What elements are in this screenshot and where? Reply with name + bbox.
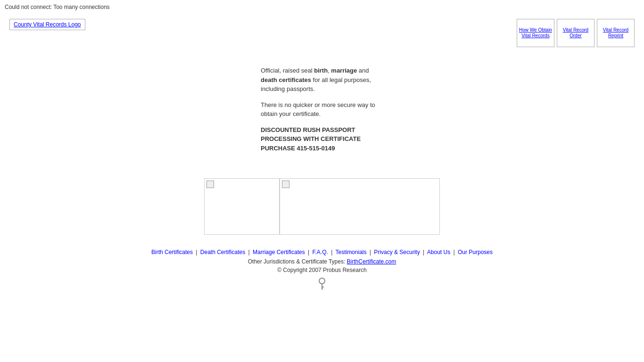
- bold-marriage: marriage: [331, 67, 357, 74]
- images-section: [0, 178, 644, 235]
- footer: Birth Certificates | Death Certificates …: [0, 244, 644, 294]
- key-icon: [317, 277, 327, 291]
- bold-death-certificates: death certificates: [261, 76, 311, 83]
- footer-link-faq[interactable]: F.A.Q.: [313, 249, 328, 255]
- broken-image-icon: [206, 181, 214, 188]
- main-content: Official, raised seal birth, marriage an…: [0, 52, 644, 173]
- bold-birth: birth: [314, 67, 328, 74]
- content-box: Official, raised seal birth, marriage an…: [261, 66, 383, 159]
- site-logo[interactable]: County Vital Records Logo: [9, 19, 85, 30]
- separator-2: |: [248, 249, 250, 255]
- separator-7: |: [454, 249, 455, 255]
- footer-link-privacy-security[interactable]: Privacy & Security: [374, 249, 420, 255]
- copyright-text: © Copyright 2007 Probus Research: [0, 267, 644, 273]
- jurisdictions-link[interactable]: BirthCertificate.com: [347, 258, 396, 265]
- separator-6: |: [423, 249, 424, 255]
- separator-5: |: [370, 249, 371, 255]
- footer-link-death-certificates[interactable]: Death Certificates: [200, 249, 245, 255]
- broken-image-icon-2: [282, 181, 289, 188]
- footer-link-about-us[interactable]: About Us: [427, 249, 450, 255]
- svg-point-0: [319, 278, 325, 284]
- footer-link-our-purposes[interactable]: Our Purposes: [458, 249, 493, 255]
- logo-area: County Vital Records Logo: [9, 19, 85, 30]
- footer-link-marriage-certificates[interactable]: Marriage Certificates: [253, 249, 305, 255]
- jurisdictions-text: Other Jurisdictions & Certificate Types:…: [0, 258, 644, 265]
- separator-4: |: [331, 249, 332, 255]
- footer-link-birth-certificates[interactable]: Birth Certificates: [151, 249, 193, 255]
- svg-rect-3: [322, 288, 323, 289]
- nav-image-1[interactable]: How We Obtain Vital Records: [517, 19, 554, 47]
- nav-images: How We Obtain Vital Records Vital Record…: [517, 19, 635, 47]
- section-image-right: [280, 178, 440, 235]
- intro-paragraph: Official, raised seal birth, marriage an…: [261, 66, 383, 94]
- separator-3: |: [308, 249, 309, 255]
- footer-icon-area: [0, 277, 644, 291]
- nav-image-3[interactable]: Vital Record Reprint: [597, 19, 635, 47]
- footer-link-testimonials[interactable]: Testimonials: [335, 249, 366, 255]
- section-image-left: [204, 178, 280, 235]
- db-error-message: Could not connect: Too many connections: [0, 0, 644, 14]
- rush-text: DISCOUNTED RUSH PASSPORT PROCESSING WITH…: [261, 125, 383, 153]
- footer-links: Birth Certificates | Death Certificates …: [0, 249, 644, 255]
- separator-1: |: [196, 249, 197, 255]
- jurisdictions-prefix: Other Jurisdictions & Certificate Types:: [248, 258, 347, 265]
- svg-rect-2: [322, 287, 324, 288]
- quicker-paragraph: There is no quicker or more secure way t…: [261, 100, 383, 119]
- nav-image-2[interactable]: Vital Record Order: [557, 19, 594, 47]
- header: County Vital Records Logo How We Obtain …: [0, 14, 644, 52]
